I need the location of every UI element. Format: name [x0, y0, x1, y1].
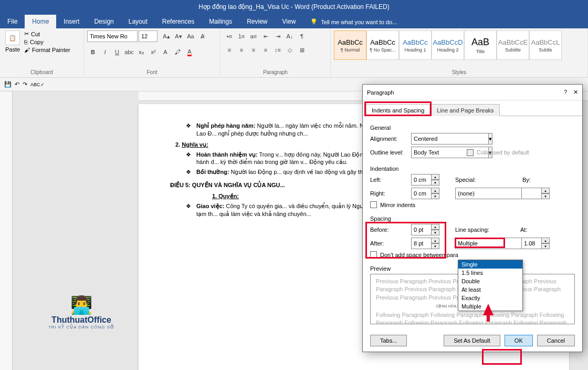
tab-view[interactable]: View — [275, 15, 303, 28]
tab-home[interactable]: Home — [25, 15, 56, 28]
shading-button[interactable]: ◇ — [284, 44, 296, 56]
tab-line-page-breaks[interactable]: Line and Page Breaks — [431, 104, 499, 116]
special-label: Special: — [455, 177, 492, 183]
clear-format-button[interactable]: A̷ — [197, 30, 208, 42]
style-subtitle[interactable]: AaBbCcESubtitle — [497, 30, 529, 60]
tab-file[interactable]: File — [0, 15, 25, 28]
bullets-button[interactable]: •≡ — [224, 30, 235, 42]
copy-icon: ⎘ — [24, 39, 28, 45]
font-group-label: Font — [87, 68, 217, 76]
highlight-button[interactable]: 🖍 — [172, 46, 183, 58]
format-painter-button[interactable]: 🖌Format Painter — [24, 47, 70, 53]
copy-button[interactable]: ⎘Copy — [24, 39, 70, 45]
paragraph-group-label: Paragraph — [224, 68, 327, 76]
set-default-button[interactable]: Set As Default — [444, 335, 500, 346]
superscript-button[interactable]: x² — [148, 46, 159, 58]
decrease-indent-button[interactable]: ⇤ — [260, 30, 271, 42]
at-spinner[interactable]: ▲▼ — [521, 238, 551, 249]
at-label: At: — [520, 227, 536, 233]
cancel-button[interactable]: Cancel — [537, 335, 575, 346]
watermark-logo: 👨‍💻 ThuthuatOffice TRI KỶ CỦA DÂN CÔNG S… — [45, 294, 118, 330]
help-icon[interactable]: ? — [564, 89, 567, 96]
tab-layout[interactable]: Layout — [121, 15, 155, 28]
chevron-down-icon[interactable]: ▾ — [488, 133, 492, 145]
change-case-button[interactable]: Aa — [185, 30, 196, 42]
line-spacing-button[interactable]: ↕≡ — [272, 44, 284, 56]
justify-button[interactable]: ≡ — [260, 44, 271, 56]
sort-button[interactable]: A↓ — [284, 30, 296, 42]
bulb-icon: 💡 — [310, 18, 318, 25]
tab-indents-spacing[interactable]: Indents and Spacing — [366, 104, 430, 116]
right-indent-spinner[interactable]: ▲▼ — [411, 188, 440, 199]
dd-single[interactable]: Single — [458, 260, 522, 269]
tab-insert[interactable]: Insert — [56, 15, 87, 28]
style-subtle[interactable]: AaBbCcLSubtle — [529, 30, 562, 60]
style-normal[interactable]: AaBbCc¶ Normal — [334, 30, 366, 60]
style-heading1[interactable]: AaBbCcHeading 1 — [399, 30, 432, 60]
show-marks-button[interactable]: ¶ — [296, 30, 308, 42]
underline-button[interactable]: U — [111, 46, 123, 58]
style-title[interactable]: AaBTitle — [464, 30, 497, 60]
vertical-ruler[interactable] — [0, 91, 13, 370]
styles-gallery[interactable]: AaBbCc¶ Normal AaBbCc¶ No Spac... AaBbCc… — [334, 30, 562, 60]
shrink-font-button[interactable]: A▾ — [173, 30, 184, 42]
style-heading2[interactable]: AaBbCcDHeading 2 — [432, 30, 464, 60]
by-spinner[interactable]: ▲▼ — [521, 188, 551, 199]
numbering-button[interactable]: 1≡ — [236, 30, 247, 42]
align-center-button[interactable]: ≡ — [236, 44, 247, 56]
tabs-button[interactable]: Tabs... — [370, 335, 407, 346]
dd-atleast[interactable]: At least — [458, 285, 522, 294]
dont-add-space-checkbox[interactable] — [370, 251, 377, 258]
save-icon[interactable]: 💾 — [4, 81, 12, 88]
font-name-select[interactable] — [87, 30, 138, 42]
outline-select[interactable]: ▾ — [411, 147, 456, 158]
redo-icon[interactable]: ↷ — [23, 81, 27, 88]
after-spinner[interactable]: ▲▼ — [411, 238, 440, 249]
paste-icon[interactable]: 📋 — [5, 30, 20, 45]
font-color-button[interactable]: A — [184, 46, 195, 58]
mirror-checkbox[interactable] — [370, 201, 377, 208]
left-indent-spinner[interactable]: ▲▼ — [411, 174, 440, 186]
window-title: Hợp đồng lao động_Ha_Visa Uc - Word (Pro… — [198, 3, 389, 11]
indentation-section-label: Indentation — [370, 166, 575, 172]
alignment-label: Alignment: — [370, 136, 407, 142]
align-left-button[interactable]: ≡ — [224, 44, 235, 56]
font-size-select[interactable] — [139, 30, 158, 42]
increase-indent-button[interactable]: ⇥ — [272, 30, 284, 42]
spacing-section-label: Spacing — [370, 215, 575, 222]
line-spacing-select[interactable]: ▾ — [455, 238, 513, 249]
dd-double[interactable]: Double — [458, 277, 522, 285]
paste-button[interactable]: Paste — [5, 46, 20, 53]
by-label: By: — [522, 177, 538, 183]
alignment-select[interactable]: ▾ — [411, 133, 456, 145]
tab-review[interactable]: Review — [239, 15, 275, 28]
italic-button[interactable]: I — [99, 46, 111, 58]
cut-button[interactable]: ✂Cut — [24, 30, 70, 37]
style-nospacing[interactable]: AaBbCc¶ No Spac... — [366, 30, 399, 60]
tab-design[interactable]: Design — [87, 15, 121, 28]
undo-icon[interactable]: ↶ — [15, 81, 19, 88]
borders-button[interactable]: ⊞ — [296, 44, 308, 56]
tab-mailings[interactable]: Mailings — [202, 15, 239, 28]
general-section-label: General — [370, 125, 575, 131]
before-spinner[interactable]: ▲▼ — [411, 224, 440, 235]
paragraph-dialog: Paragraph ? ✕ Indents and Spacing Line a… — [362, 84, 583, 352]
dd-exactly[interactable]: Exactly — [458, 294, 522, 302]
multilevel-button[interactable]: a≡ — [248, 30, 259, 42]
text-effects-button[interactable]: A — [160, 46, 171, 58]
clipboard-group-label: Clipboard — [3, 68, 80, 76]
close-icon[interactable]: ✕ — [573, 89, 578, 96]
dd-1-5[interactable]: 1.5 lines — [458, 269, 522, 277]
grow-font-button[interactable]: A▴ — [161, 30, 172, 42]
special-select[interactable]: ▾ — [455, 188, 513, 199]
subscript-button[interactable]: x₂ — [135, 46, 147, 58]
ok-button[interactable]: OK — [505, 335, 533, 346]
annotation-arrow-icon — [483, 304, 494, 315]
tell-me-search[interactable]: 💡 Tell me what you want to do... — [303, 15, 404, 28]
tell-me-text: Tell me what you want to do... — [321, 19, 397, 25]
strike-button[interactable]: abc — [123, 46, 135, 58]
bold-button[interactable]: B — [87, 46, 99, 58]
align-right-button[interactable]: ≡ — [248, 44, 259, 56]
tab-references[interactable]: References — [155, 15, 202, 28]
spellcheck-icon[interactable]: ABC✓ — [30, 82, 45, 87]
